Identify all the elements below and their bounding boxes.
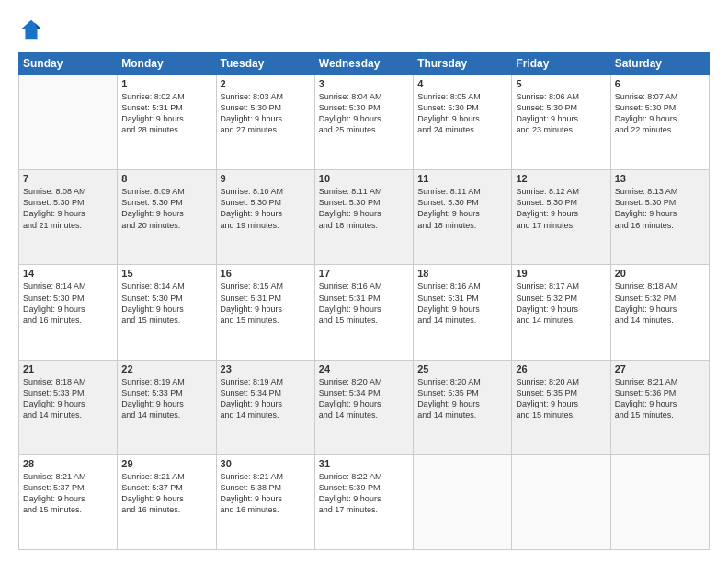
- col-header-wednesday: Wednesday: [314, 52, 413, 75]
- calendar-week-5: 28Sunrise: 8:21 AM Sunset: 5:37 PM Dayli…: [19, 454, 710, 549]
- day-info: Sunrise: 8:02 AM Sunset: 5:31 PM Dayligh…: [121, 91, 211, 136]
- day-info: Sunrise: 8:21 AM Sunset: 5:37 PM Dayligh…: [121, 471, 211, 516]
- day-info: Sunrise: 8:12 AM Sunset: 5:30 PM Dayligh…: [516, 186, 606, 231]
- day-info: Sunrise: 8:03 AM Sunset: 5:30 PM Dayligh…: [221, 91, 311, 136]
- day-info: Sunrise: 8:09 AM Sunset: 5:30 PM Dayligh…: [121, 186, 211, 231]
- day-info: Sunrise: 8:07 AM Sunset: 5:30 PM Dayligh…: [615, 91, 705, 136]
- calendar-week-4: 21Sunrise: 8:18 AM Sunset: 5:33 PM Dayli…: [19, 360, 710, 454]
- day-info: Sunrise: 8:20 AM Sunset: 5:35 PM Dayligh…: [516, 376, 606, 421]
- col-header-tuesday: Tuesday: [216, 52, 314, 75]
- day-number: 1: [121, 78, 211, 89]
- day-info: Sunrise: 8:14 AM Sunset: 5:30 PM Dayligh…: [121, 281, 211, 326]
- day-info: Sunrise: 8:18 AM Sunset: 5:33 PM Dayligh…: [23, 376, 113, 421]
- calendar-cell: 18Sunrise: 8:16 AM Sunset: 5:31 PM Dayli…: [414, 265, 512, 360]
- day-number: 12: [516, 173, 606, 184]
- day-number: 7: [23, 173, 113, 184]
- day-number: 18: [417, 268, 507, 279]
- calendar-cell: 3Sunrise: 8:04 AM Sunset: 5:30 PM Daylig…: [314, 75, 413, 170]
- day-info: Sunrise: 8:14 AM Sunset: 5:30 PM Dayligh…: [23, 281, 113, 326]
- day-info: Sunrise: 8:16 AM Sunset: 5:31 PM Dayligh…: [319, 281, 409, 326]
- day-number: 9: [221, 173, 311, 184]
- calendar-cell: 24Sunrise: 8:20 AM Sunset: 5:34 PM Dayli…: [314, 360, 413, 454]
- day-info: Sunrise: 8:20 AM Sunset: 5:34 PM Dayligh…: [319, 376, 409, 421]
- day-number: 3: [319, 78, 409, 89]
- calendar-cell: 17Sunrise: 8:16 AM Sunset: 5:31 PM Dayli…: [314, 265, 413, 360]
- day-info: Sunrise: 8:15 AM Sunset: 5:31 PM Dayligh…: [221, 281, 311, 326]
- calendar-cell: 23Sunrise: 8:19 AM Sunset: 5:34 PM Dayli…: [216, 360, 314, 454]
- day-info: Sunrise: 8:21 AM Sunset: 5:37 PM Dayligh…: [23, 471, 113, 516]
- calendar-cell: 16Sunrise: 8:15 AM Sunset: 5:31 PM Dayli…: [216, 265, 314, 360]
- day-info: Sunrise: 8:05 AM Sunset: 5:30 PM Dayligh…: [417, 91, 507, 136]
- calendar-cell: 13Sunrise: 8:13 AM Sunset: 5:30 PM Dayli…: [610, 170, 709, 265]
- day-info: Sunrise: 8:06 AM Sunset: 5:30 PM Dayligh…: [516, 91, 606, 136]
- day-number: 31: [319, 458, 409, 469]
- day-info: Sunrise: 8:11 AM Sunset: 5:30 PM Dayligh…: [319, 186, 409, 231]
- calendar-cell: 15Sunrise: 8:14 AM Sunset: 5:30 PM Dayli…: [118, 265, 216, 360]
- day-info: Sunrise: 8:19 AM Sunset: 5:33 PM Dayligh…: [121, 376, 211, 421]
- day-number: 4: [417, 78, 507, 89]
- day-number: 20: [615, 268, 705, 279]
- calendar-cell: 5Sunrise: 8:06 AM Sunset: 5:30 PM Daylig…: [512, 75, 610, 170]
- calendar-cell: 1Sunrise: 8:02 AM Sunset: 5:31 PM Daylig…: [118, 75, 216, 170]
- day-number: 26: [516, 363, 606, 374]
- col-header-sunday: Sunday: [19, 52, 118, 75]
- calendar-cell: 27Sunrise: 8:21 AM Sunset: 5:36 PM Dayli…: [610, 360, 709, 454]
- day-number: 16: [221, 268, 311, 279]
- day-info: Sunrise: 8:19 AM Sunset: 5:34 PM Dayligh…: [221, 376, 311, 421]
- calendar-cell: 11Sunrise: 8:11 AM Sunset: 5:30 PM Dayli…: [414, 170, 512, 265]
- day-info: Sunrise: 8:18 AM Sunset: 5:32 PM Dayligh…: [615, 281, 705, 326]
- day-number: 13: [615, 173, 705, 184]
- day-info: Sunrise: 8:22 AM Sunset: 5:39 PM Dayligh…: [319, 471, 409, 516]
- day-number: 8: [121, 173, 211, 184]
- calendar-cell: 26Sunrise: 8:20 AM Sunset: 5:35 PM Dayli…: [512, 360, 610, 454]
- col-header-thursday: Thursday: [414, 52, 512, 75]
- day-number: 15: [121, 268, 211, 279]
- calendar-week-2: 7Sunrise: 8:08 AM Sunset: 5:30 PM Daylig…: [19, 170, 710, 265]
- day-number: 22: [121, 363, 211, 374]
- calendar-cell: 2Sunrise: 8:03 AM Sunset: 5:30 PM Daylig…: [216, 75, 314, 170]
- calendar-cell: [610, 454, 709, 549]
- col-header-friday: Friday: [512, 52, 610, 75]
- svg-marker-0: [22, 20, 41, 40]
- day-number: 23: [221, 363, 311, 374]
- day-number: 14: [23, 268, 113, 279]
- day-info: Sunrise: 8:08 AM Sunset: 5:30 PM Dayligh…: [23, 186, 113, 231]
- calendar-cell: 20Sunrise: 8:18 AM Sunset: 5:32 PM Dayli…: [610, 265, 709, 360]
- logo: [18, 17, 48, 42]
- day-number: 30: [221, 458, 311, 469]
- calendar-table: SundayMondayTuesdayWednesdayThursdayFrid…: [18, 52, 710, 550]
- calendar-cell: 19Sunrise: 8:17 AM Sunset: 5:32 PM Dayli…: [512, 265, 610, 360]
- calendar-week-3: 14Sunrise: 8:14 AM Sunset: 5:30 PM Dayli…: [19, 265, 710, 360]
- day-number: 29: [121, 458, 211, 469]
- day-number: 27: [615, 363, 705, 374]
- day-info: Sunrise: 8:21 AM Sunset: 5:38 PM Dayligh…: [221, 471, 311, 516]
- calendar-cell: 12Sunrise: 8:12 AM Sunset: 5:30 PM Dayli…: [512, 170, 610, 265]
- calendar-cell: 22Sunrise: 8:19 AM Sunset: 5:33 PM Dayli…: [118, 360, 216, 454]
- day-info: Sunrise: 8:21 AM Sunset: 5:36 PM Dayligh…: [615, 376, 705, 421]
- calendar-cell: 14Sunrise: 8:14 AM Sunset: 5:30 PM Dayli…: [19, 265, 118, 360]
- day-number: 21: [23, 363, 113, 374]
- calendar-cell: 10Sunrise: 8:11 AM Sunset: 5:30 PM Dayli…: [314, 170, 413, 265]
- day-info: Sunrise: 8:04 AM Sunset: 5:30 PM Dayligh…: [319, 91, 409, 136]
- day-number: 25: [417, 363, 507, 374]
- day-info: Sunrise: 8:10 AM Sunset: 5:30 PM Dayligh…: [221, 186, 311, 231]
- calendar-cell: 29Sunrise: 8:21 AM Sunset: 5:37 PM Dayli…: [118, 454, 216, 549]
- day-info: Sunrise: 8:13 AM Sunset: 5:30 PM Dayligh…: [615, 186, 705, 231]
- day-number: 28: [23, 458, 113, 469]
- day-number: 24: [319, 363, 409, 374]
- calendar-week-1: 1Sunrise: 8:02 AM Sunset: 5:31 PM Daylig…: [19, 75, 710, 170]
- calendar-cell: 31Sunrise: 8:22 AM Sunset: 5:39 PM Dayli…: [314, 454, 413, 549]
- calendar-cell: 4Sunrise: 8:05 AM Sunset: 5:30 PM Daylig…: [414, 75, 512, 170]
- calendar-cell: 7Sunrise: 8:08 AM Sunset: 5:30 PM Daylig…: [19, 170, 118, 265]
- day-number: 5: [516, 78, 606, 89]
- calendar-cell: [512, 454, 610, 549]
- calendar-cell: 30Sunrise: 8:21 AM Sunset: 5:38 PM Dayli…: [216, 454, 314, 549]
- day-number: 19: [516, 268, 606, 279]
- day-info: Sunrise: 8:11 AM Sunset: 5:30 PM Dayligh…: [417, 186, 507, 231]
- calendar-cell: [19, 75, 118, 170]
- logo-icon: [18, 17, 44, 42]
- day-number: 17: [319, 268, 409, 279]
- day-number: 10: [319, 173, 409, 184]
- calendar-cell: 28Sunrise: 8:21 AM Sunset: 5:37 PM Dayli…: [19, 454, 118, 549]
- calendar-cell: 9Sunrise: 8:10 AM Sunset: 5:30 PM Daylig…: [216, 170, 314, 265]
